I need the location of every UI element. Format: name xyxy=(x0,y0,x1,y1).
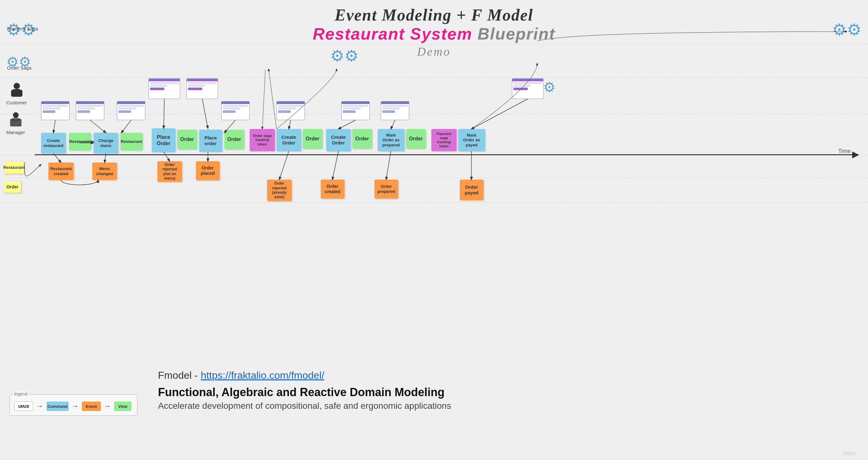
fmodel-link-text: Fmodel - xyxy=(158,370,198,381)
main-canvas: Event Modeling + F Model Restaurant Syst… xyxy=(0,0,868,460)
screen-2 xyxy=(76,101,104,120)
manager-actor: Manager xyxy=(6,111,25,135)
card-order-4: Order xyxy=(352,129,372,149)
card-order-1: Order xyxy=(177,130,197,149)
lane-line-6 xyxy=(0,202,868,203)
card-order-saga-token: Order saga tracking token xyxy=(250,129,275,151)
card-restaurant-created: Restaurant created xyxy=(48,163,73,180)
card-create-order-2: Create Order xyxy=(326,129,351,151)
svg-line-17 xyxy=(53,120,55,133)
lane-line-5 xyxy=(0,178,868,178)
card-place-order-2: Place order xyxy=(199,130,222,152)
card-payment-saga-token: Payment saga tracking token xyxy=(431,129,457,151)
legend: legend UI/UX → Command → Event → View xyxy=(9,394,137,416)
svg-line-13 xyxy=(333,151,338,179)
title-pink: Restaurant System xyxy=(313,25,472,43)
card-order-5: Order xyxy=(406,129,426,149)
card-order-3: Order xyxy=(303,129,322,149)
legend-command-box: Command xyxy=(46,402,68,411)
card-restaurant-yellow: Restaurant xyxy=(4,161,24,174)
card-restaurant-1: Restaurant xyxy=(69,133,91,150)
screen-6 xyxy=(221,101,250,120)
manager-label: Manager xyxy=(6,130,25,135)
screen-4 xyxy=(149,78,180,99)
legend-arrow-1: → xyxy=(36,402,43,410)
title-gray: Blueprint xyxy=(477,25,555,43)
svg-point-3 xyxy=(13,112,19,118)
timeline-arrow xyxy=(852,151,859,159)
card-order-yellow: Order xyxy=(4,181,21,193)
card-order-prepared: Order prepared xyxy=(374,179,398,199)
screen-10 xyxy=(512,78,544,99)
screen-3 xyxy=(117,101,145,120)
legend-uiux-box: UI/UX xyxy=(14,402,33,411)
title-line2: Restaurant System Blueprint xyxy=(0,24,868,43)
svg-line-12 xyxy=(279,151,289,179)
timeline xyxy=(35,154,859,155)
svg-line-27 xyxy=(262,69,266,129)
legend-event-box: Event xyxy=(82,402,101,411)
card-create-order-1: Create Order xyxy=(277,129,301,151)
customer-actor: Customer xyxy=(6,82,27,105)
fmodel-section: Fmodel - https://fraktalio.com/fmodel/ F… xyxy=(158,370,451,411)
svg-rect-6 xyxy=(14,118,18,119)
legend-arrow-3: → xyxy=(104,402,111,410)
card-create-restaurant: Create restaurant xyxy=(41,133,66,153)
legend-title: legend xyxy=(13,392,29,397)
title-area: Event Modeling + F Model Restaurant Syst… xyxy=(0,0,868,58)
svg-line-10 xyxy=(164,152,170,161)
miro-label: miro xyxy=(843,450,855,457)
card-mark-payed: Mark Order as payed xyxy=(458,129,485,151)
customer-icon xyxy=(8,82,25,98)
card-order-rejected-menu: Order rejected (not on menu) xyxy=(157,161,182,182)
manager-icon xyxy=(8,111,24,128)
svg-line-18 xyxy=(90,120,106,133)
screen-8 xyxy=(341,101,370,120)
screen-1 xyxy=(41,101,69,120)
card-restaurant-2: Restaurant xyxy=(120,133,143,150)
svg-line-14 xyxy=(386,151,391,179)
legend-arrow-2: → xyxy=(72,402,79,410)
title-line1: Event Modeling + F Model xyxy=(0,6,868,24)
title-line3: Demo xyxy=(0,45,868,58)
svg-rect-2 xyxy=(13,89,20,91)
fmodel-desc-title: Functional, Algebraic and Reactive Domai… xyxy=(158,386,451,399)
card-place-order-1: Place Order xyxy=(152,128,175,152)
card-order-rejected-exist: Order rejected (already exist) xyxy=(267,179,292,201)
customer-label: Customer xyxy=(6,100,27,105)
card-order-placed: Order placed xyxy=(196,161,220,180)
svg-line-23 xyxy=(289,120,291,129)
card-order-2: Order xyxy=(224,130,244,149)
lane-line-2 xyxy=(0,78,868,78)
card-mark-prepared: Mark Order as prepared xyxy=(378,129,404,151)
card-order-payed: Order payed xyxy=(460,179,484,200)
order-saga-label: Order Saga xyxy=(7,65,32,70)
screen-9 xyxy=(381,101,409,120)
screen-7 xyxy=(277,101,305,120)
fmodel-desc-body: Accelerate development of compositional,… xyxy=(158,401,451,411)
svg-line-19 xyxy=(121,120,131,133)
timeline-label: Time xyxy=(838,148,850,154)
fmodel-url[interactable]: https://fraktalio.com/fmodel/ xyxy=(200,370,324,381)
legend-view-box: View xyxy=(114,402,131,411)
svg-line-16 xyxy=(269,69,277,129)
svg-line-24 xyxy=(338,120,355,129)
card-change-menu: Change menu xyxy=(94,133,118,153)
legend-row-uiux: UI/UX → Command → Event → View xyxy=(14,402,131,411)
svg-line-25 xyxy=(391,120,395,129)
svg-point-0 xyxy=(13,83,20,89)
fmodel-link-line: Fmodel - https://fraktalio.com/fmodel/ xyxy=(158,370,451,381)
card-menu-changed: Menu changed xyxy=(92,163,117,180)
screen-5 xyxy=(186,78,218,99)
card-order-created: Order created xyxy=(321,179,344,199)
